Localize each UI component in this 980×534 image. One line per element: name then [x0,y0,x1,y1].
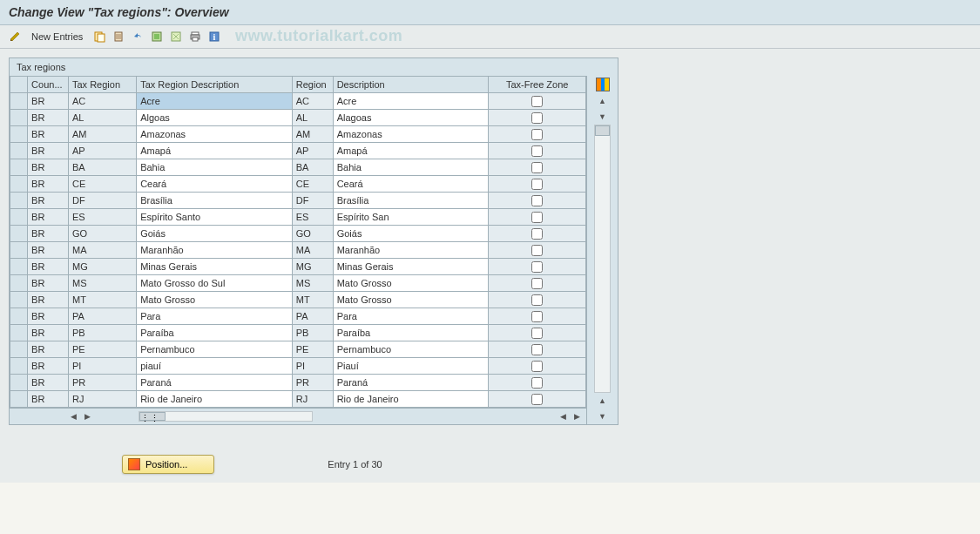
cell-description[interactable]: Maranhão [333,242,489,259]
cell-country[interactable]: BR [28,259,69,275]
cell-tax-region[interactable]: PA [68,308,136,325]
cell-tax-desc[interactable]: Mato Grosso [137,292,293,308]
cell-description[interactable]: Bahia [333,159,489,176]
cell-tax-desc[interactable]: Acre [137,93,293,110]
cell-region[interactable]: ES [292,209,333,226]
cell-region[interactable]: BA [292,159,333,176]
col-header-region[interactable]: Region [292,77,333,93]
row-selector[interactable] [10,159,28,176]
vscroll-thumb[interactable] [595,125,610,136]
cell-country[interactable]: BR [28,126,69,143]
row-selector[interactable] [10,391,28,408]
cell-country[interactable]: BR [28,226,69,242]
cell-country[interactable]: BR [28,375,69,391]
cell-tax-region[interactable]: PB [68,325,136,341]
tax-free-checkbox[interactable] [531,145,543,157]
row-selector[interactable] [10,126,28,143]
scroll-up-icon[interactable]: ▲ [596,94,610,108]
cell-tax-desc[interactable]: Brasília [137,193,293,209]
cell-tax-desc[interactable]: Paraná [137,375,293,391]
hscroll-left-icon-2[interactable]: ◀ [557,410,569,422]
hscroll-left-icon[interactable]: ◀ [67,410,79,422]
cell-tax-desc[interactable]: Rio de Janeiro [137,391,293,408]
tax-free-checkbox[interactable] [531,394,543,405]
cell-description[interactable]: Paraná [333,375,489,391]
cell-description[interactable]: Mato Grosso [333,275,489,292]
table-row[interactable]: BRMSMato Grosso do SulMSMato Grosso [10,275,586,292]
cell-description[interactable]: Mato Grosso [333,292,489,308]
print-icon[interactable] [187,29,203,44]
cell-tax-region[interactable]: MA [68,242,136,259]
cell-tax-desc[interactable]: Ceará [137,176,293,193]
scroll-up-icon-2[interactable]: ▲ [596,394,610,408]
cell-description[interactable]: Alagoas [333,110,489,126]
cell-tax-desc[interactable]: Amazonas [137,126,293,143]
hscroll-right-icon[interactable]: ▶ [81,410,93,422]
hscroll-right-icon-2[interactable]: ▶ [571,410,583,422]
cell-tax-desc[interactable]: Mato Grosso do Sul [137,275,293,292]
tax-free-checkbox[interactable] [531,311,543,322]
row-selector[interactable] [10,358,28,375]
cell-tax-desc[interactable]: Para [137,308,293,325]
cell-country[interactable]: BR [28,176,69,193]
cell-country[interactable]: BR [28,93,69,110]
cell-country[interactable]: BR [28,159,69,176]
undo-icon[interactable] [130,29,145,44]
tax-free-checkbox[interactable] [531,361,543,372]
info-icon[interactable]: i [206,29,222,44]
cell-country[interactable]: BR [28,391,69,408]
table-row[interactable]: BRMAMaranhãoMAMaranhão [10,242,586,259]
table-row[interactable]: BRAMAmazonasAMAmazonas [10,126,586,143]
table-row[interactable]: BRAPAmapáAPAmapá [10,143,586,159]
cell-country[interactable]: BR [28,292,69,308]
cell-tax-region[interactable]: CE [68,176,136,193]
cell-tax-region[interactable]: MG [68,259,136,275]
tax-free-checkbox[interactable] [531,162,543,173]
cell-description[interactable]: Ceará [333,176,489,193]
cell-tax-desc[interactable]: Espírito Santo [137,209,293,226]
cell-description[interactable]: Amapá [333,143,489,159]
change-display-icon[interactable] [7,29,23,44]
cell-tax-region[interactable]: GO [68,226,136,242]
cell-country[interactable]: BR [28,308,69,325]
table-row[interactable]: BRACAcreACAcre [10,93,586,110]
vscroll-track[interactable] [594,125,611,393]
cell-tax-region[interactable]: DF [68,193,136,209]
table-row[interactable]: BRMGMinas GeraisMGMinas Gerais [10,259,586,275]
table-row[interactable]: BRESEspírito SantoESEspírito San [10,209,586,226]
cell-region[interactable]: CE [292,176,333,193]
cell-country[interactable]: BR [28,242,69,259]
row-selector[interactable] [10,341,28,358]
delete-icon[interactable] [111,29,126,44]
hscroll-thumb[interactable]: ⋮⋮ [139,412,166,421]
row-selector[interactable] [10,375,28,391]
cell-tax-region[interactable]: MS [68,275,136,292]
table-row[interactable]: BRDFBrasíliaDFBrasília [10,193,586,209]
cell-tax-desc[interactable]: Minas Gerais [137,259,293,275]
cell-region[interactable]: PR [292,375,333,391]
table-row[interactable]: BRMTMato GrossoMTMato Grosso [10,292,586,308]
cell-tax-desc[interactable]: Bahia [137,159,293,176]
col-header-country[interactable]: Coun... [28,77,69,93]
row-selector[interactable] [10,110,28,126]
row-selector[interactable] [10,209,28,226]
col-header-tax-desc[interactable]: Tax Region Description [137,77,293,93]
cell-region[interactable]: PA [292,308,333,325]
table-row[interactable]: BRPBParaíbaPBParaíba [10,325,586,341]
col-header-description[interactable]: Description [333,77,489,93]
cell-tax-region[interactable]: RJ [68,391,136,408]
cell-description[interactable]: Espírito San [333,209,489,226]
row-selector[interactable] [10,226,28,242]
cell-tax-desc[interactable]: Pernambuco [137,341,293,358]
tax-free-checkbox[interactable] [531,212,543,223]
cell-region[interactable]: RJ [292,391,333,408]
tax-free-checkbox[interactable] [531,112,543,124]
cell-country[interactable]: BR [28,110,69,126]
cell-tax-desc[interactable]: piauí [137,358,293,375]
cell-tax-desc[interactable]: Amapá [137,143,293,159]
table-row[interactable]: BRPIpiauíPIPiauí [10,358,586,375]
tax-free-checkbox[interactable] [531,261,543,273]
cell-country[interactable]: BR [28,325,69,341]
select-all-icon[interactable] [149,29,165,44]
cell-tax-region[interactable]: AL [68,110,136,126]
